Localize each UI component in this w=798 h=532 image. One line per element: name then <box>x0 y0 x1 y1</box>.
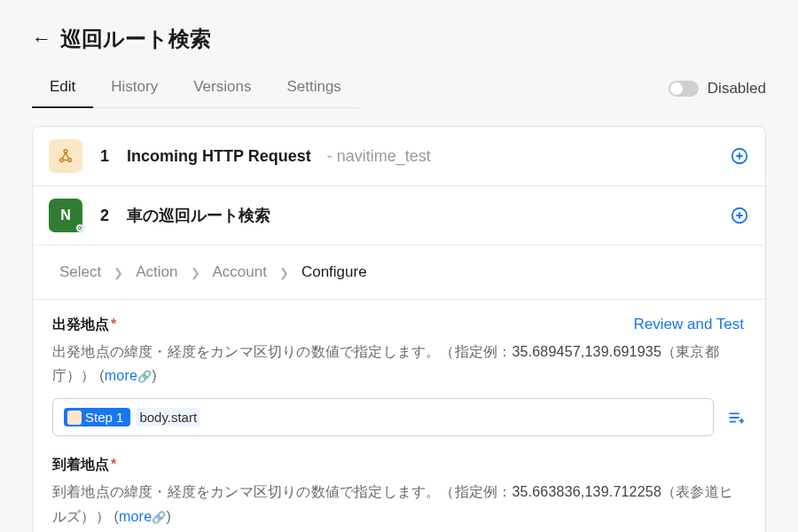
tabs: Edit History Versions Settings <box>32 69 359 108</box>
gear-icon: ⚙ <box>75 223 84 234</box>
step-1-pill[interactable]: Step 1 <box>64 408 130 426</box>
crumb-action[interactable]: Action <box>136 263 177 281</box>
more-link[interactable]: more🔗 <box>105 368 152 383</box>
link-icon: 🔗 <box>137 370 152 383</box>
back-arrow-icon[interactable]: ← <box>32 29 51 49</box>
navitime-icon: N⚙ <box>49 199 82 232</box>
tab-edit[interactable]: Edit <box>32 69 93 108</box>
config-body: Review and Test 出発地点* 出発地点の緯度・経度をカンマ区切りの… <box>33 300 765 528</box>
svg-point-2 <box>64 150 67 153</box>
add-field-icon[interactable] <box>726 408 746 427</box>
field-goal-label: 到着地点* <box>52 456 746 474</box>
step-2-row[interactable]: N⚙ 2 車の巡回ルート検索 <box>33 186 765 246</box>
field-goal-help: 到着地点の緯度・経度をカンマ区切りの数値で指定します。（指定例：35.66383… <box>52 480 746 528</box>
chevron-right-icon: ❯ <box>191 266 200 279</box>
step-1-title: Incoming HTTP Request <box>127 147 311 166</box>
toggle-knob <box>670 82 683 95</box>
webhook-icon <box>49 139 82 173</box>
add-step-icon[interactable] <box>730 206 749 225</box>
workflow-card: 1 Incoming HTTP Request - navitime_test … <box>32 126 766 532</box>
enabled-toggle[interactable] <box>669 81 699 97</box>
crumb-select[interactable]: Select <box>59 263 101 281</box>
token-value: body.start <box>136 408 200 426</box>
add-step-icon[interactable] <box>730 146 749 166</box>
chevron-right-icon: ❯ <box>279 266 289 279</box>
chevron-right-icon: ❯ <box>113 266 123 279</box>
tab-settings[interactable]: Settings <box>269 69 358 108</box>
step-2-title: 車の巡回ルート検索 <box>127 205 270 226</box>
required-asterisk: * <box>111 317 116 332</box>
tab-versions[interactable]: Versions <box>176 69 269 108</box>
svg-point-0 <box>60 159 64 162</box>
webhook-icon <box>67 411 82 425</box>
page-title: 巡回ルート検索 <box>60 25 211 53</box>
step-1-row[interactable]: 1 Incoming HTTP Request - navitime_test <box>33 127 765 186</box>
step-2-number: 2 <box>98 207 111 225</box>
breadcrumb: Select ❯ Action ❯ Account ❯ Configure <box>33 246 765 300</box>
review-and-test-link[interactable]: Review and Test <box>634 316 744 333</box>
toggle-label: Disabled <box>708 80 766 98</box>
svg-point-1 <box>68 159 72 162</box>
start-input[interactable]: Step 1 body.start <box>52 398 714 436</box>
step-1-subtitle: - navitime_test <box>327 147 431 166</box>
crumb-configure[interactable]: Configure <box>301 263 367 281</box>
field-goal: 到着地点* 到着地点の緯度・経度をカンマ区切りの数値で指定します。（指定例：35… <box>52 456 746 528</box>
field-start-label-text: 出発地点 <box>52 317 109 332</box>
field-goal-label-text: 到着地点 <box>52 457 109 472</box>
step-1-number: 1 <box>98 147 111 166</box>
required-asterisk: * <box>111 457 116 472</box>
more-link[interactable]: more🔗 <box>119 509 166 524</box>
crumb-account[interactable]: Account <box>213 263 267 281</box>
link-icon: 🔗 <box>152 511 166 524</box>
field-start-help: 出発地点の緯度・経度をカンマ区切りの数値で指定します。（指定例：35.68945… <box>52 340 746 387</box>
tab-history[interactable]: History <box>93 69 176 108</box>
field-start: 出発地点* 出発地点の緯度・経度をカンマ区切りの数値で指定します。（指定例：35… <box>52 316 746 436</box>
